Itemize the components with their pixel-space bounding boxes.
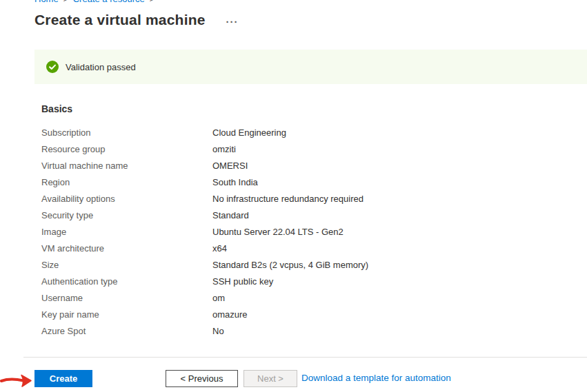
detail-row-vm-name: Virtual machine name OMERSI: [41, 157, 573, 174]
detail-row-username: Username om: [41, 289, 573, 306]
detail-row-availability-options: Availability options No infrastructure r…: [41, 190, 573, 207]
create-button[interactable]: Create: [34, 370, 92, 387]
detail-label: Azure Spot: [41, 326, 212, 336]
breadcrumb-separator: >: [150, 0, 155, 4]
footer-bar: Create < Previous Next > Download a temp…: [0, 370, 587, 388]
create-vm-page: Home>Create a resource> Create a virtual…: [0, 0, 587, 392]
next-button[interactable]: Next >: [243, 370, 297, 387]
detail-label: Resource group: [41, 144, 212, 154]
detail-row-region: Region South India: [41, 174, 573, 190]
breadcrumb-home-link[interactable]: Home: [34, 0, 59, 4]
detail-row-vm-architecture: VM architecture x64: [41, 240, 573, 256]
detail-label: Key pair name: [41, 309, 212, 320]
detail-label: Availability options: [41, 194, 212, 204]
detail-label: Image: [41, 227, 212, 237]
breadcrumb: Home>Create a resource>: [34, 0, 159, 4]
detail-row-key-pair-name: Key pair name omazure: [41, 306, 573, 322]
detail-value: Ubuntu Server 22.04 LTS - Gen2: [212, 227, 344, 237]
detail-label: Virtual machine name: [41, 161, 212, 171]
detail-label: Username: [41, 293, 212, 303]
detail-label: Authentication type: [41, 276, 212, 287]
detail-value: No: [212, 326, 224, 336]
detail-row-azure-spot: Azure Spot No: [41, 322, 573, 339]
detail-value: om: [212, 293, 225, 303]
detail-value: South India: [212, 177, 258, 187]
basics-detail-list: Subscription Cloud Engineering Resource …: [41, 124, 573, 339]
detail-row-subscription: Subscription Cloud Engineering: [41, 124, 573, 141]
detail-value: No infrastructure redundancy required: [212, 194, 364, 204]
success-check-icon: [46, 61, 59, 73]
detail-row-security-type: Security type Standard: [41, 207, 573, 223]
annotation-arrow-icon: [0, 372, 36, 390]
detail-value: omziti: [212, 144, 236, 154]
detail-value: x64: [212, 243, 227, 254]
detail-value: Cloud Engineering: [212, 127, 286, 138]
detail-row-image: Image Ubuntu Server 22.04 LTS - Gen2: [41, 223, 573, 240]
detail-label: Security type: [41, 210, 212, 220]
detail-label: Size: [41, 260, 212, 270]
validation-banner: Validation passed: [34, 50, 587, 84]
detail-value: Standard B2s (2 vcpus, 4 GiB memory): [212, 260, 368, 270]
footer-divider: [23, 357, 587, 358]
section-title-basics: Basics: [41, 103, 72, 114]
detail-value: OMERSI: [212, 161, 248, 171]
detail-value: SSH public key: [212, 276, 273, 287]
breadcrumb-create-resource-link[interactable]: Create a resource: [73, 0, 145, 4]
detail-row-resource-group: Resource group omziti: [41, 141, 573, 157]
validation-banner-text: Validation passed: [66, 62, 136, 72]
previous-button[interactable]: < Previous: [166, 370, 238, 387]
detail-row-authentication-type: Authentication type SSH public key: [41, 273, 573, 289]
page-title: Create a virtual machine: [34, 12, 206, 28]
more-options-icon[interactable]: ···: [226, 17, 239, 27]
download-template-link[interactable]: Download a template for automation: [301, 373, 451, 383]
detail-label: Subscription: [41, 127, 212, 138]
detail-value: Standard: [212, 210, 249, 220]
title-row: Create a virtual machine ···: [34, 12, 239, 28]
breadcrumb-separator: >: [63, 0, 68, 4]
detail-label: Region: [41, 177, 212, 187]
detail-value: omazure: [212, 309, 248, 320]
detail-row-size: Size Standard B2s (2 vcpus, 4 GiB memory…: [41, 256, 573, 273]
detail-label: VM architecture: [41, 243, 212, 254]
